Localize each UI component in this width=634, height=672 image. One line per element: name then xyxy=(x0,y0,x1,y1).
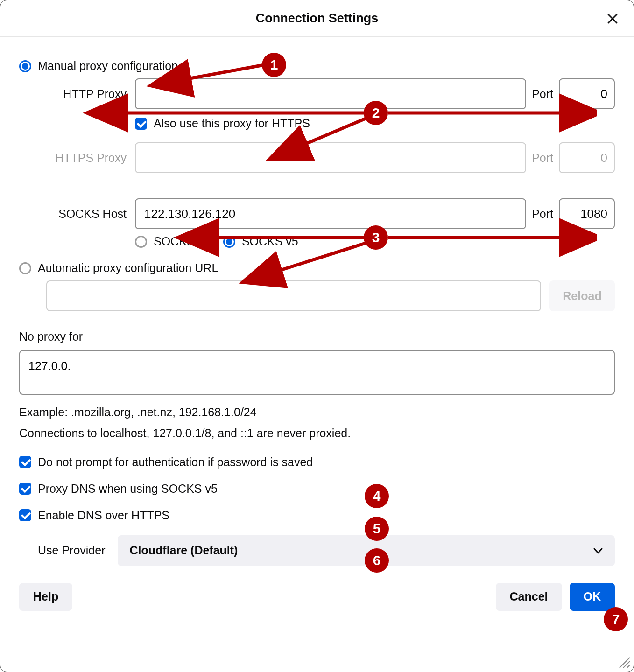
socks-v5-option[interactable]: SOCKS v5 xyxy=(223,235,298,248)
proxy-dns-row[interactable]: Proxy DNS when using SOCKS v5 xyxy=(19,482,615,496)
ok-button-label: OK xyxy=(584,590,601,603)
no-proxy-example: Example: .mozilla.org, .net.nz, 192.168.… xyxy=(19,403,615,421)
close-button[interactable] xyxy=(603,9,622,28)
http-port-label: Port xyxy=(526,87,559,101)
socks-port-label: Port xyxy=(526,207,559,221)
socks-v5-radio[interactable] xyxy=(223,236,235,248)
annotation-badge-3: 3 xyxy=(364,225,388,250)
annotation-badge-1: 1 xyxy=(262,53,286,77)
https-port-label: Port xyxy=(526,151,559,165)
manual-proxy-label: Manual proxy configuration xyxy=(38,59,178,73)
annotation-badge-5: 5 xyxy=(365,517,389,541)
no-prompt-label: Do not prompt for authentication if pass… xyxy=(38,455,313,469)
help-button[interactable]: Help xyxy=(19,583,72,611)
annotation-badge-2: 2 xyxy=(364,101,388,125)
auto-proxy-url-input xyxy=(46,280,541,311)
dialog-header: Connection Settings xyxy=(0,0,634,37)
dialog-footer: Help Cancel OK xyxy=(0,566,634,628)
https-proxy-input xyxy=(135,142,526,173)
doh-checkbox[interactable] xyxy=(19,509,31,521)
socks-v5-label: SOCKS v5 xyxy=(242,235,298,248)
https-proxy-row: HTTPS Proxy Port xyxy=(46,142,615,173)
dialog-title: Connection Settings xyxy=(256,11,379,26)
https-proxy-label: HTTPS Proxy xyxy=(46,151,135,165)
doh-label: Enable DNS over HTTPS xyxy=(38,509,169,522)
proxy-dns-checkbox[interactable] xyxy=(19,483,31,495)
annotation-badge-4: 4 xyxy=(365,484,389,508)
auto-proxy-option[interactable]: Automatic proxy configuration URL xyxy=(19,261,615,275)
auto-proxy-label: Automatic proxy configuration URL xyxy=(38,261,218,275)
cancel-button[interactable]: Cancel xyxy=(496,583,562,611)
also-https-label: Also use this proxy for HTTPS xyxy=(154,117,310,130)
doh-row[interactable]: Enable DNS over HTTPS xyxy=(19,509,615,522)
manual-proxy-option[interactable]: Manual proxy configuration xyxy=(19,59,615,73)
no-proxy-label: No proxy for xyxy=(19,330,615,343)
connection-settings-dialog: Connection Settings Manual proxy configu… xyxy=(0,0,634,672)
chevron-down-icon xyxy=(593,544,603,557)
socks-host-label: SOCKS Host xyxy=(46,207,135,221)
no-prompt-checkbox[interactable] xyxy=(19,456,31,468)
also-https-checkbox[interactable] xyxy=(135,118,147,130)
provider-selected: Cloudflare (Default) xyxy=(130,544,238,557)
resize-grip-icon xyxy=(617,655,631,669)
proxy-dns-label: Proxy DNS when using SOCKS v5 xyxy=(38,482,218,496)
close-icon xyxy=(607,13,618,24)
https-port-input xyxy=(559,142,615,173)
socks-host-input[interactable] xyxy=(135,198,526,229)
http-proxy-row: HTTP Proxy Port xyxy=(46,78,615,109)
http-port-input[interactable] xyxy=(559,78,615,109)
no-prompt-row[interactable]: Do not prompt for authentication if pass… xyxy=(19,455,615,469)
no-proxy-textarea[interactable] xyxy=(19,350,615,395)
socks-port-input[interactable] xyxy=(559,198,615,229)
no-proxy-note: Connections to localhost, 127.0.0.1/8, a… xyxy=(19,424,615,442)
auto-proxy-url-row: Reload xyxy=(46,280,615,311)
http-proxy-input[interactable] xyxy=(135,78,526,109)
auto-proxy-radio[interactable] xyxy=(19,262,31,274)
annotation-badge-6: 6 xyxy=(365,548,389,573)
http-proxy-label: HTTP Proxy xyxy=(46,87,135,101)
ok-button[interactable]: OK xyxy=(570,583,615,611)
socks-v4-label: SOCKS v4 xyxy=(154,235,210,248)
socks-v4-radio[interactable] xyxy=(135,236,147,248)
provider-label: Use Provider xyxy=(38,544,106,557)
annotation-badge-7: 7 xyxy=(604,607,628,631)
manual-proxy-radio[interactable] xyxy=(19,60,31,72)
socks-v4-option[interactable]: SOCKS v4 xyxy=(135,235,210,248)
provider-row: Use Provider Cloudflare (Default) xyxy=(38,535,615,566)
reload-button: Reload xyxy=(549,280,615,311)
socks-host-row: SOCKS Host Port xyxy=(46,198,615,229)
dialog-content: Manual proxy configuration HTTP Proxy Po… xyxy=(0,37,634,566)
